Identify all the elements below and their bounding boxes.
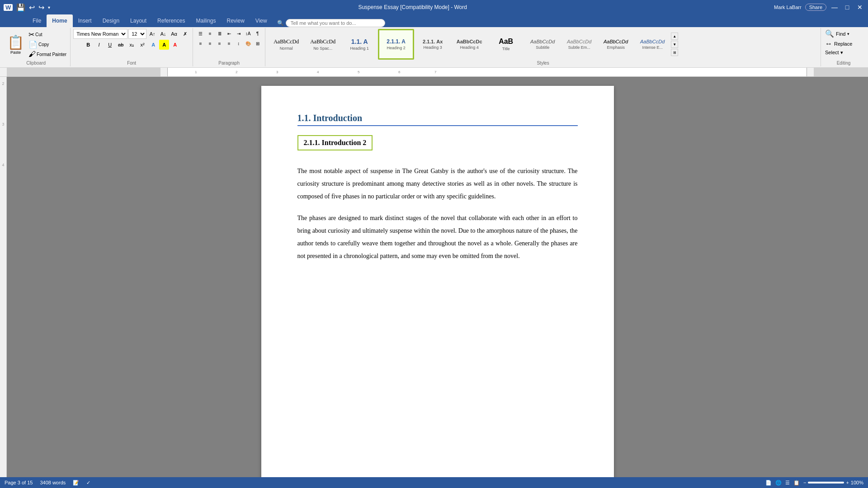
maximize-button[interactable]: □ — [843, 3, 852, 12]
minimize-button[interactable]: — — [830, 3, 839, 12]
style-intense-emphasis[interactable]: AaBbCcDd Intense E... — [634, 29, 670, 60]
replace-button[interactable]: ↔ Replace — [824, 39, 854, 48]
word-count: 3408 words — [40, 480, 66, 485]
view-web-button[interactable]: 🌐 — [775, 480, 782, 486]
paragraph2-text: The phases are designed to mark distinct… — [297, 215, 578, 259]
format-painter-label: Format Painter — [37, 52, 66, 57]
superscript-button[interactable]: x² — [137, 40, 147, 50]
subscript-button[interactable]: x₂ — [127, 40, 137, 50]
customize-button[interactable]: ▾ — [47, 4, 51, 11]
style-emphasis[interactable]: AaBbCcDd Emphasis — [598, 29, 634, 60]
styles-scroll-down[interactable]: ▼ — [671, 41, 678, 48]
bold-button[interactable]: B — [83, 40, 93, 50]
tab-file[interactable]: File — [27, 14, 47, 27]
format-painter-button[interactable]: 🖌 Format Painter — [28, 50, 67, 59]
style-heading1[interactable]: 1.1. A Heading 1 — [341, 29, 377, 60]
doc-heading2-box[interactable]: 2.1.1. Introduction 2 — [297, 135, 373, 150]
change-case-button[interactable]: Aα — [169, 29, 179, 39]
style-heading4[interactable]: AaBbCcDc Heading 4 — [451, 29, 487, 60]
redo-button[interactable]: ↪ — [38, 2, 45, 13]
find-button[interactable]: 🔍 Find ▾ — [824, 29, 851, 38]
italic-button[interactable]: I — [94, 40, 104, 50]
tab-insert[interactable]: Insert — [73, 14, 97, 27]
line-spacing-button[interactable]: ↕ — [234, 39, 243, 48]
styles-scroll-up[interactable]: ▲ — [671, 33, 678, 40]
shrink-font-button[interactable]: A↓ — [158, 29, 168, 39]
text-highlight-button[interactable]: A — [159, 40, 169, 50]
align-left-button[interactable]: ≡ — [196, 39, 205, 48]
page-indicator-4: 4 — [2, 163, 4, 167]
decrease-indent-button[interactable]: ⇤ — [225, 29, 234, 38]
paragraph-group: ☰ ≡ ≣ ⇤ ⇥ ↕A ¶ ≡ ≡ ≡ ≡ ↕ 🎨 ⊞ Paragraph — [193, 28, 265, 66]
heading2-container: 2.1.1. Introduction 2 — [297, 135, 578, 158]
doc-paragraph1: The most notable aspect of suspense in T… — [297, 165, 578, 203]
underline-button[interactable]: U — [105, 40, 115, 50]
style-no-spacing[interactable]: AaBbCcDd No Spac... — [305, 29, 341, 60]
clipboard-group-label: Clipboard — [5, 60, 67, 66]
tab-mailings[interactable]: Mailings — [190, 14, 221, 27]
view-normal-button[interactable]: 📄 — [765, 480, 772, 486]
tab-view[interactable]: View — [250, 14, 273, 27]
undo-button[interactable]: ↩ — [28, 2, 36, 13]
style-subtle-em-preview: AaBbCcDd — [567, 39, 591, 44]
numbering-button[interactable]: ≡ — [206, 29, 215, 38]
style-h4-preview: AaBbCcDc — [457, 39, 482, 44]
shading-button[interactable]: 🎨 — [244, 39, 253, 48]
share-button[interactable]: Share — [805, 4, 826, 11]
word-logo: W — [4, 4, 13, 11]
copy-button[interactable]: 📄 Copy — [28, 40, 67, 49]
style-heading3[interactable]: 2.1.1. Ax Heading 3 — [415, 29, 451, 60]
zoom-slider[interactable] — [808, 482, 844, 483]
bullets-button[interactable]: ☰ — [196, 29, 205, 38]
tab-home[interactable]: Home — [47, 14, 72, 27]
tab-references[interactable]: References — [152, 14, 190, 27]
zoom-out-button[interactable]: − — [803, 480, 806, 485]
tell-me-input[interactable] — [286, 19, 385, 27]
cut-button[interactable]: ✂ Cut — [28, 30, 67, 39]
strikethrough-button[interactable]: ab — [116, 40, 126, 50]
font-size-select[interactable]: 12 10 14 — [128, 29, 146, 39]
select-button[interactable]: Select ▾ — [824, 49, 844, 56]
sort-button[interactable]: ↕A — [244, 29, 253, 38]
zoom-in-button[interactable]: + — [846, 480, 849, 485]
style-subtle-emphasis[interactable]: AaBbCcDd Subtle Em... — [561, 29, 597, 60]
save-button[interactable]: 💾 — [15, 2, 26, 13]
increase-indent-button[interactable]: ⇥ — [234, 29, 243, 38]
select-label: Select ▾ — [825, 50, 843, 56]
align-right-button[interactable]: ≡ — [215, 39, 224, 48]
clear-format-button[interactable]: ✗ — [180, 29, 190, 39]
tab-review[interactable]: Review — [221, 14, 250, 27]
align-center-button[interactable]: ≡ — [206, 39, 215, 48]
style-title-preview: AaB — [499, 38, 513, 46]
editing-content: 🔍 Find ▾ ↔ Replace Select ▾ — [824, 29, 863, 60]
style-h1-preview: 1.1. A — [351, 38, 368, 45]
quick-access-toolbar: 💾 ↩ ↪ ▾ — [15, 2, 51, 13]
view-outline-button[interactable]: ☰ — [785, 480, 790, 486]
style-title[interactable]: AaB Title — [488, 29, 524, 60]
show-marks-button[interactable]: ¶ — [253, 29, 262, 38]
style-normal[interactable]: AaBbCcDd Normal — [268, 29, 304, 60]
style-subtitle[interactable]: AaBbCcDd Subtitle — [524, 29, 561, 60]
page-info: Page 3 of 15 — [5, 480, 33, 485]
style-nospace-label: No Spac... — [313, 46, 332, 51]
status-right: 📄 🌐 ☰ 📋 − + 100% — [765, 480, 863, 486]
multilevel-list-button[interactable]: ≣ — [215, 29, 224, 38]
tab-design[interactable]: Design — [97, 14, 125, 27]
borders-button[interactable]: ⊞ — [253, 39, 262, 48]
grow-font-button[interactable]: A↑ — [147, 29, 157, 39]
justify-button[interactable]: ≡ — [225, 39, 234, 48]
font-color-button[interactable]: A — [170, 40, 180, 50]
close-button[interactable]: ✕ — [855, 3, 864, 12]
styles-more-button[interactable]: ⊞ — [671, 49, 678, 56]
styles-scroll[interactable]: ▲ ▼ ⊞ — [671, 33, 678, 56]
tab-layout[interactable]: Layout — [125, 14, 152, 27]
style-h4-label: Heading 4 — [460, 45, 479, 50]
view-draft-button[interactable]: 📋 — [793, 480, 800, 486]
track-changes-indicator: ✓ — [86, 480, 90, 486]
clipboard-group: 📋 Paste ✂ Cut 📄 Copy 🖌 Format Painter Cl… — [2, 28, 71, 66]
paste-button[interactable]: 📋 Paste — [5, 33, 27, 56]
text-effects-button[interactable]: A — [148, 40, 158, 50]
styles-group-label: Styles — [268, 60, 818, 66]
font-family-select[interactable]: Times New Roman — [73, 29, 127, 39]
style-heading2[interactable]: 2.1.1. A Heading 2 — [378, 29, 414, 60]
